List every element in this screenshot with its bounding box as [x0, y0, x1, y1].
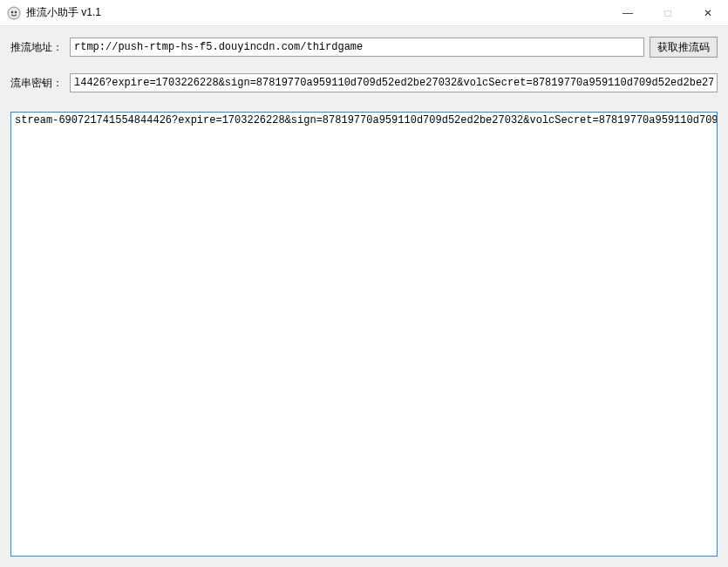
close-icon: ✕ — [704, 7, 712, 19]
stream-key-label: 流串密钥： — [10, 76, 65, 91]
app-window: 推流小助手 v1.1 — □ ✕ 推流地址： 获取推流码 流串密钥： strea… — [0, 0, 728, 567]
window-controls: — □ ✕ — [608, 0, 728, 25]
minimize-button[interactable]: — — [608, 0, 648, 25]
stream-key-input[interactable] — [70, 73, 718, 92]
output-text: stream-690721741554844426?expire=1703226… — [15, 114, 718, 126]
svg-point-2 — [15, 10, 17, 12]
app-icon — [7, 6, 21, 20]
svg-point-0 — [8, 7, 20, 19]
svg-point-1 — [11, 10, 13, 12]
window-title: 推流小助手 v1.1 — [26, 5, 608, 20]
titlebar: 推流小助手 v1.1 — □ ✕ — [0, 0, 728, 26]
maximize-button[interactable]: □ — [648, 0, 688, 25]
stream-url-input[interactable] — [70, 38, 644, 57]
stream-url-label: 推流地址： — [10, 40, 65, 55]
output-textbox[interactable]: stream-690721741554844426?expire=1703226… — [10, 112, 718, 557]
close-button[interactable]: ✕ — [688, 0, 728, 25]
stream-key-row: 流串密钥： — [10, 73, 718, 92]
client-area: 推流地址： 获取推流码 流串密钥： stream-690721741554844… — [0, 26, 728, 567]
minimize-icon: — — [623, 7, 633, 19]
output-area: stream-690721741554844426?expire=1703226… — [10, 112, 718, 557]
get-stream-code-button[interactable]: 获取推流码 — [650, 37, 718, 58]
stream-url-row: 推流地址： 获取推流码 — [10, 37, 718, 58]
maximize-icon: □ — [664, 7, 670, 19]
